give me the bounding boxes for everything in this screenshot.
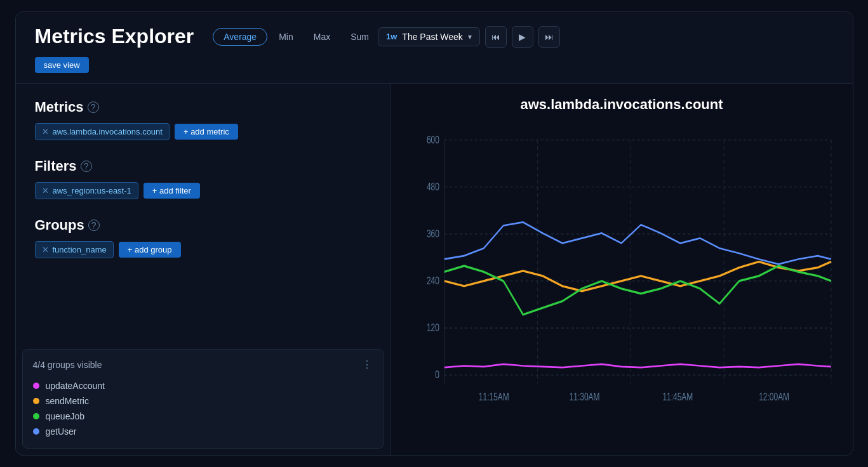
chart-line-green — [444, 266, 831, 315]
agg-min-button[interactable]: Min — [270, 29, 302, 45]
svg-text:600: 600 — [426, 134, 439, 145]
main-container: Metrics Explorer Average Min Max Sum 1w … — [15, 11, 853, 456]
filters-tag-row: ✕ aws_region:us-east-1 + add filter — [35, 182, 371, 199]
filters-section-title: Filters ? — [35, 158, 371, 174]
add-filter-button[interactable]: + add filter — [144, 183, 200, 199]
group-label-getuser: getUser — [46, 426, 77, 437]
app-title: Metrics Explorer — [35, 25, 194, 48]
time-range-selector[interactable]: 1w The Past Week ▾ — [378, 27, 480, 46]
save-view-button[interactable]: save view — [35, 57, 89, 73]
filters-help-icon[interactable]: ? — [81, 161, 92, 172]
svg-text:0: 0 — [435, 369, 439, 381]
group-tag: ✕ function_name — [35, 241, 114, 258]
groups-count-label: 4/4 groups visible — [33, 360, 102, 370]
groups-help-icon[interactable]: ? — [88, 220, 100, 231]
chart-line-blue — [444, 222, 831, 264]
chart-line-orange — [444, 261, 831, 291]
groups-section: Groups ? ✕ function_name + add group — [35, 217, 371, 258]
nav-back-fast-button[interactable]: ⏮ — [485, 26, 507, 48]
chevron-down-icon: ▾ — [468, 32, 472, 41]
time-interval-label: 1w — [386, 32, 397, 41]
agg-sum-button[interactable]: Sum — [342, 29, 378, 45]
left-panel: Metrics ? ✕ aws.lambda.invocations.count… — [16, 84, 391, 455]
metric-tag-remove-icon[interactable]: ✕ — [42, 128, 49, 136]
filter-tag: ✕ aws_region:us-east-1 — [35, 182, 138, 199]
right-panel: aws.lambda.invocations.count — [391, 84, 853, 455]
group-dot-queuejob — [33, 413, 39, 419]
add-group-button[interactable]: + add group — [119, 242, 181, 258]
add-metric-button[interactable]: + add metric — [175, 124, 238, 140]
header-top: Metrics Explorer Average Min Max Sum 1w … — [35, 25, 560, 48]
chart-area: 600 480 360 240 120 0 11:15AM 11:30AM 11… — [406, 123, 838, 442]
metric-tag: ✕ aws.lambda.invocations.count — [35, 123, 170, 140]
groups-visible-panel: 4/4 groups visible ⋮ updateAccount sendM… — [22, 349, 384, 449]
svg-text:480: 480 — [426, 181, 439, 192]
header-bar: Metrics Explorer Average Min Max Sum 1w … — [16, 12, 853, 84]
group-tag-label: function_name — [53, 245, 107, 254]
svg-text:120: 120 — [426, 322, 439, 334]
agg-max-button[interactable]: Max — [305, 29, 339, 45]
group-dot-updateaccount — [33, 383, 39, 389]
filters-section: Filters ? ✕ aws_region:us-east-1 + add f… — [35, 158, 371, 199]
groups-list: updateAccount sendMetric queueJob getUse… — [33, 378, 373, 439]
group-dot-getuser — [33, 428, 39, 435]
metrics-section-title: Metrics ? — [35, 99, 371, 115]
metrics-tag-row: ✕ aws.lambda.invocations.count + add met… — [35, 123, 371, 140]
groups-tag-row: ✕ function_name + add group — [35, 241, 371, 258]
list-item: sendMetric — [33, 393, 373, 409]
groups-menu-icon[interactable]: ⋮ — [362, 358, 373, 371]
nav-play-button[interactable]: ▶ — [512, 26, 533, 48]
filter-tag-remove-icon[interactable]: ✕ — [42, 187, 49, 195]
aggregation-buttons: Average Min Max Sum — [213, 28, 378, 46]
groups-panel-header: 4/4 groups visible ⋮ — [33, 358, 373, 371]
svg-text:12:00AM: 12:00AM — [759, 391, 789, 402]
svg-text:240: 240 — [426, 275, 439, 286]
time-range-label: The Past Week — [402, 32, 462, 42]
svg-text:11:45AM: 11:45AM — [662, 391, 693, 402]
list-item: getUser — [33, 424, 373, 439]
agg-average-button[interactable]: Average — [213, 28, 267, 46]
group-label-updateaccount: updateAccount — [46, 381, 105, 391]
filter-tag-label: aws_region:us-east-1 — [53, 186, 131, 195]
svg-text:360: 360 — [426, 228, 439, 239]
metric-tag-label: aws.lambda.invocations.count — [53, 127, 163, 136]
nav-forward-fast-button[interactable]: ⏭ — [538, 26, 560, 48]
metrics-help-icon[interactable]: ? — [88, 102, 99, 113]
group-dot-sendmetric — [33, 398, 39, 404]
main-content: Metrics ? ✕ aws.lambda.invocations.count… — [16, 84, 853, 455]
svg-text:11:15AM: 11:15AM — [478, 391, 509, 402]
chart-svg: 600 480 360 240 120 0 11:15AM 11:30AM 11… — [406, 123, 838, 442]
list-item: queueJob — [33, 409, 373, 424]
time-range-group: 1w The Past Week ▾ ⏮ ▶ ⏭ — [378, 26, 560, 48]
list-item: updateAccount — [33, 378, 373, 393]
groups-section-title: Groups ? — [35, 217, 371, 234]
chart-line-pink — [444, 364, 831, 367]
chart-title: aws.lambda.invocations.count — [406, 96, 838, 113]
metrics-section: Metrics ? ✕ aws.lambda.invocations.count… — [35, 99, 371, 140]
svg-text:11:30AM: 11:30AM — [569, 391, 599, 402]
group-label-sendmetric: sendMetric — [46, 396, 89, 406]
group-tag-remove-icon[interactable]: ✕ — [42, 246, 49, 254]
group-label-queuejob: queueJob — [46, 411, 85, 421]
header-second-row: save view — [35, 53, 560, 73]
